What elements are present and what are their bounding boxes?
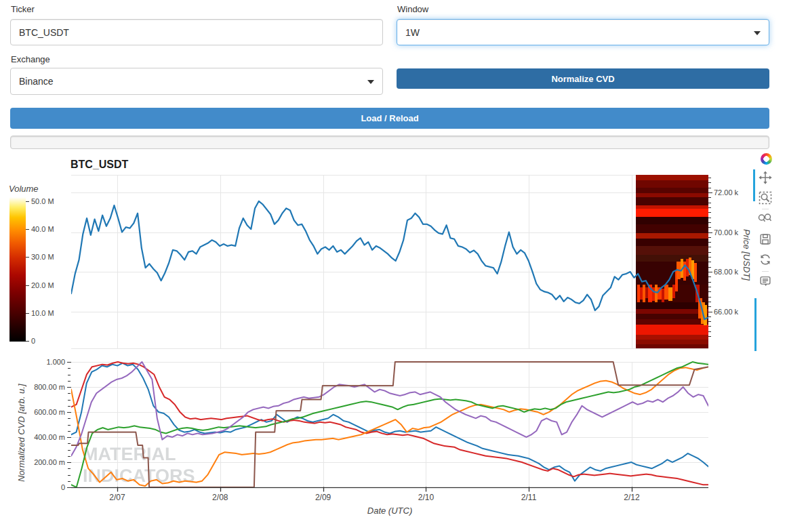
cvd-tick bbox=[67, 487, 71, 488]
price-tick bbox=[708, 331, 711, 332]
price-tick bbox=[708, 242, 711, 243]
cvd-tick bbox=[68, 418, 70, 419]
progress-bar bbox=[10, 136, 769, 149]
price-tick bbox=[708, 326, 711, 327]
price-tick bbox=[708, 272, 712, 272]
price-tick bbox=[708, 247, 711, 247]
cvd-tick bbox=[68, 393, 70, 394]
cvd-chart-canvas[interactable] bbox=[71, 357, 708, 493]
cvd-tick-label: 600.00 m bbox=[20, 407, 65, 417]
hover-mode-button[interactable] bbox=[757, 273, 773, 289]
normalize-cvd-button[interactable]: Normalize CVD bbox=[397, 68, 769, 89]
cvd-tick bbox=[68, 431, 70, 432]
save-icon bbox=[758, 232, 773, 247]
cvd-tick bbox=[67, 437, 71, 438]
plotly-logo[interactable] bbox=[758, 150, 774, 167]
price-tick bbox=[708, 277, 711, 277]
colorbar-tick bbox=[26, 201, 29, 202]
hover-mode-icon bbox=[758, 274, 773, 289]
cvd-tick bbox=[67, 412, 71, 413]
cvd-tick bbox=[68, 381, 70, 382]
cvd-tick bbox=[68, 468, 70, 469]
price-tick bbox=[708, 212, 711, 213]
colorbar-title: Volume bbox=[9, 184, 39, 194]
cvd-tick-label: 1.000 bbox=[20, 357, 65, 367]
cvd-tick-label: 400.00 m bbox=[20, 432, 65, 442]
price-tick bbox=[708, 267, 711, 268]
price-tick bbox=[708, 232, 712, 233]
chevron-down-icon bbox=[754, 31, 761, 35]
price-tick bbox=[708, 302, 711, 302]
exchange-label: Exchange bbox=[11, 54, 50, 64]
price-tick bbox=[708, 282, 711, 283]
colorbar-tick bbox=[26, 341, 29, 342]
ticker-input[interactable] bbox=[10, 19, 383, 45]
app-window: Ticker Window 1W Exchange Binance Normal… bbox=[0, 0, 787, 532]
price-tick-label: 70.00 k bbox=[714, 228, 738, 237]
exchange-select[interactable]: Binance bbox=[10, 68, 383, 95]
price-tick bbox=[708, 321, 711, 322]
modebar-scroll-indicator-bottom bbox=[754, 298, 756, 351]
cvd-tick bbox=[68, 475, 70, 476]
reset-axes-button[interactable] bbox=[757, 251, 773, 268]
cvd-tick bbox=[68, 450, 70, 451]
colorbar-tick-label: 50.0 M bbox=[31, 197, 54, 206]
price-tick bbox=[708, 188, 711, 188]
colorbar-tick bbox=[26, 229, 29, 230]
price-tick bbox=[708, 257, 711, 258]
box-zoom-button[interactable] bbox=[757, 190, 773, 206]
date-tick-label: 2/07 bbox=[109, 493, 125, 502]
price-tick bbox=[708, 237, 711, 238]
cvd-tick-label: 800.00 m bbox=[20, 382, 65, 392]
price-tick-label: 68.00 k bbox=[714, 267, 738, 277]
cvd-tick bbox=[68, 443, 70, 444]
ticker-label: Ticker bbox=[11, 4, 35, 14]
price-tick bbox=[708, 291, 711, 292]
date-tick-label: 2/12 bbox=[624, 493, 639, 502]
price-tick bbox=[708, 222, 711, 223]
price-tick bbox=[708, 306, 711, 307]
colorbar-tick-label: 40.0 M bbox=[31, 224, 54, 234]
price-tick bbox=[708, 336, 711, 337]
price-chart-canvas[interactable] bbox=[71, 175, 708, 349]
chart-title: BTC_USDT bbox=[70, 159, 128, 171]
cvd-tick-label: 0 bbox=[20, 483, 65, 492]
date-tick-label: 2/11 bbox=[521, 493, 536, 502]
price-tick bbox=[708, 192, 712, 193]
cvd-tick bbox=[68, 368, 70, 369]
price-tick-label: 72.00 k bbox=[714, 188, 738, 197]
cvd-tick bbox=[68, 456, 70, 457]
cvd-tick bbox=[67, 387, 71, 388]
colorbar-tick-label: 0 bbox=[31, 336, 35, 346]
price-tick bbox=[708, 287, 711, 287]
modebar-separator bbox=[762, 209, 769, 209]
chevron-down-icon bbox=[367, 80, 374, 84]
reset-axes-icon bbox=[758, 252, 773, 267]
price-tick bbox=[708, 182, 711, 183]
save-button[interactable] bbox=[757, 231, 773, 247]
exchange-select-value: Binance bbox=[19, 76, 54, 87]
date-axis-title: Date (UTC) bbox=[342, 506, 437, 516]
price-tick bbox=[708, 312, 712, 312]
cvd-tick bbox=[67, 462, 71, 463]
load-reload-button[interactable]: Load / Reload bbox=[10, 108, 769, 129]
box-zoom-icon bbox=[757, 190, 773, 206]
price-tick bbox=[708, 316, 711, 317]
pan-button[interactable] bbox=[757, 169, 773, 186]
cvd-tick bbox=[68, 425, 70, 426]
cvd-tick bbox=[68, 406, 70, 407]
price-tick bbox=[708, 262, 711, 262]
date-tick-label: 2/08 bbox=[212, 493, 228, 502]
cvd-tick-label: 200.00 m bbox=[20, 457, 65, 467]
colorbar-tick-label: 30.0 M bbox=[31, 252, 54, 262]
cvd-tick bbox=[68, 375, 70, 375]
window-label: Window bbox=[397, 4, 428, 14]
price-tick bbox=[708, 178, 711, 178]
date-tick-label: 2/09 bbox=[315, 493, 331, 502]
price-tick bbox=[708, 203, 711, 203]
colorbar-tick-label: 10.0 M bbox=[31, 308, 54, 318]
price-tick bbox=[708, 218, 711, 218]
zoom-in-out-button[interactable] bbox=[756, 211, 773, 227]
price-tick bbox=[708, 297, 711, 298]
window-select[interactable]: 1W bbox=[397, 19, 769, 45]
